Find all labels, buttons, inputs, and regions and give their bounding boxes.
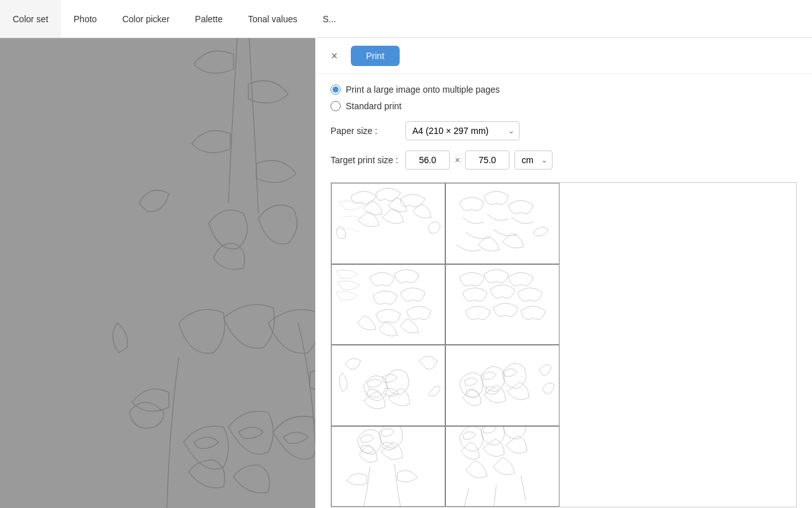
panel-body: Print a large image onto multiple pages … — [315, 74, 812, 508]
grid-cell-2-1 — [331, 264, 445, 345]
svg-rect-7 — [333, 427, 443, 507]
print-panel: × Print Print a large image onto multipl… — [315, 38, 812, 508]
size-separator: × — [455, 155, 460, 165]
paper-size-select-wrapper: A4 (210 × 297 mm) A3 (297 × 420 mm) Lett… — [405, 121, 520, 140]
radio-standard-input[interactable] — [331, 101, 341, 111]
width-input[interactable] — [405, 150, 450, 170]
grid-cell-3-1 — [331, 345, 445, 426]
radio-multi-page[interactable]: Print a large image onto multiple pages — [331, 84, 797, 95]
print-button[interactable]: Print — [351, 46, 400, 66]
paper-size-row: Paper size : A4 (210 × 297 mm) A3 (297 ×… — [331, 121, 797, 140]
radio-standard-label: Standard print — [346, 101, 402, 111]
unit-select[interactable]: cm mm in — [514, 150, 553, 170]
paper-size-select[interactable]: A4 (210 × 297 mm) A3 (297 × 420 mm) Lett… — [405, 121, 520, 140]
close-button[interactable]: × — [325, 47, 343, 65]
grid-cell-1-1 — [331, 183, 445, 264]
radio-multi-page-input[interactable] — [331, 84, 341, 95]
nav-item-more[interactable]: S... — [310, 0, 349, 37]
nav-item-palette[interactable]: Palette — [182, 0, 235, 37]
preview-grid: ~ — [331, 183, 560, 507]
grid-cell-2-2: ~ — [445, 264, 560, 345]
grid-cell-4-2: ~ — [445, 426, 560, 507]
preview-container: ~ — [331, 182, 797, 507]
panel-header: × Print — [315, 38, 812, 74]
svg-rect-6 — [447, 345, 558, 425]
nav-item-tonal-values[interactable]: Tonal values — [235, 0, 310, 37]
nav-item-color-set[interactable]: Color set — [0, 0, 61, 37]
unit-select-wrapper: cm mm in — [514, 150, 553, 170]
target-size-row: Target print size : × cm mm in — [331, 150, 797, 170]
radio-standard[interactable]: Standard print — [331, 101, 797, 111]
paper-size-label: Paper size : — [331, 126, 400, 136]
svg-rect-2 — [333, 265, 443, 345]
nav-item-photo[interactable]: Photo — [61, 0, 110, 37]
radio-multi-page-label: Print a large image onto multiple pages — [346, 84, 500, 95]
main-area: × Print Print a large image onto multipl… — [0, 38, 812, 508]
nav-bar: Color set Photo Color picker Palette Ton… — [0, 0, 812, 38]
grid-cell-3-2 — [445, 345, 560, 426]
nav-item-color-picker[interactable]: Color picker — [110, 0, 183, 37]
svg-rect-3 — [447, 265, 558, 345]
svg-rect-5 — [333, 345, 443, 425]
target-size-label: Target print size : — [331, 155, 400, 165]
grid-cell-4-1 — [331, 426, 445, 507]
radio-group: Print a large image onto multiple pages … — [331, 84, 797, 111]
svg-rect-0 — [333, 184, 443, 264]
svg-rect-1 — [447, 184, 558, 264]
height-input[interactable] — [465, 150, 509, 170]
grid-cell-1-2 — [445, 183, 560, 264]
